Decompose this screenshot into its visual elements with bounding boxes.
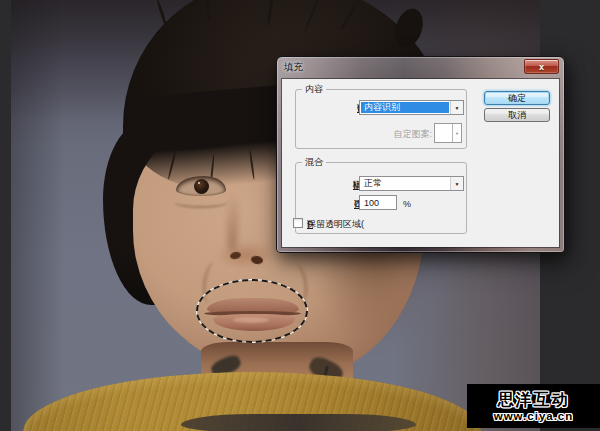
label-text: 保留透明区域( <box>307 218 364 230</box>
chevron-down-icon[interactable]: ▼ <box>450 101 463 114</box>
custom-pattern-label: 自定图案: <box>372 128 432 140</box>
use-dropdown[interactable]: 内容识别 ▼ <box>359 100 464 115</box>
chevron-down-icon[interactable]: ▼ <box>450 177 463 190</box>
watermark-brand: 思洋互动 <box>498 390 570 409</box>
left-eye <box>176 176 226 196</box>
preserve-transparency-checkbox[interactable] <box>293 218 303 228</box>
chevron-down-icon[interactable]: ▼ <box>452 124 461 142</box>
label-text: ) <box>307 218 310 230</box>
watermark: 思洋互动 www.ciya.cn <box>467 384 600 428</box>
content-group-label: 内容 <box>302 84 326 95</box>
eye-crease <box>174 196 228 208</box>
use-dropdown-value: 内容识别 <box>361 102 449 113</box>
mode-dropdown-value: 正常 <box>361 178 449 189</box>
mode-dropdown[interactable]: 正常 ▼ <box>359 176 464 191</box>
selection-outline-dashes <box>196 279 308 343</box>
dialog-title: 填充 <box>284 61 303 74</box>
blending-group-label: 混合 <box>302 157 326 168</box>
fill-dialog: 填充 x 内容 使用(U): 内容识别 ▼ 自定图案: ▼ 混合 模式(M): … <box>276 56 565 253</box>
ok-button[interactable]: 确定 <box>484 91 550 105</box>
selection-marching-ants <box>196 279 308 343</box>
close-button[interactable]: x <box>524 59 559 74</box>
dialog-body: 内容 使用(U): 内容识别 ▼ 自定图案: ▼ 混合 模式(M): 正常 ▼ … <box>282 79 559 247</box>
photoshop-workspace: 填充 x 内容 使用(U): 内容识别 ▼ 自定图案: ▼ 混合 模式(M): … <box>0 0 600 431</box>
nose <box>215 240 275 270</box>
percent-sign: % <box>403 198 411 210</box>
cancel-button[interactable]: 取消 <box>484 108 550 122</box>
close-icon: x <box>539 62 544 72</box>
pattern-swatch[interactable] <box>435 124 452 142</box>
label-text: ): <box>353 179 359 191</box>
iris <box>194 179 209 194</box>
inner-shirt <box>181 414 416 431</box>
opacity-input[interactable] <box>359 195 397 210</box>
watermark-url: www.ciya.cn <box>494 409 574 423</box>
custom-pattern-picker[interactable]: ▼ <box>434 123 462 143</box>
